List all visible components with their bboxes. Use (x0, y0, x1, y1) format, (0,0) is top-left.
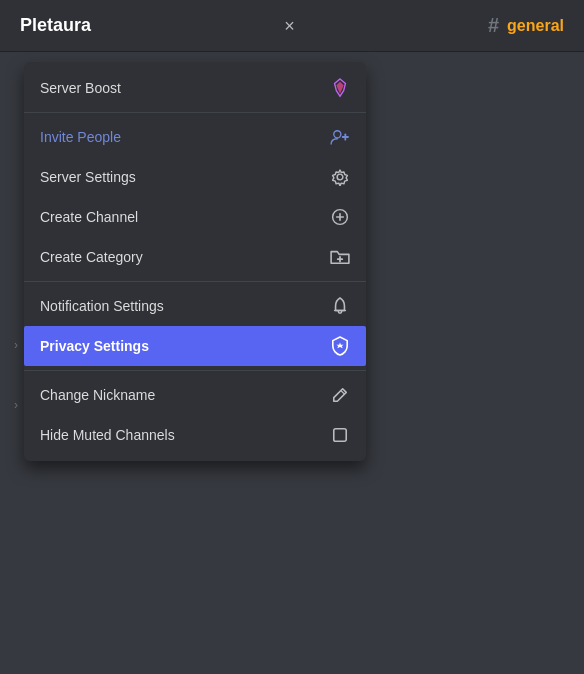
menu-item-invite-people[interactable]: Invite People (24, 117, 366, 157)
menu-item-create-channel[interactable]: Create Channel (24, 197, 366, 237)
title-bar: Pletaura × # general (0, 0, 584, 52)
menu-item-create-category[interactable]: Create Category (24, 237, 366, 277)
invite-people-label: Invite People (40, 129, 121, 145)
divider-2 (24, 281, 366, 282)
app-title: Pletaura (20, 15, 91, 36)
server-settings-label: Server Settings (40, 169, 136, 185)
menu-item-hide-muted-channels[interactable]: Hide Muted Channels (24, 415, 366, 455)
folder-plus-icon (330, 247, 350, 267)
channel-name: general (507, 17, 564, 35)
notification-settings-label: Notification Settings (40, 298, 164, 314)
boost-icon (330, 78, 350, 98)
shield-star-icon (330, 336, 350, 356)
hide-muted-channels-label: Hide Muted Channels (40, 427, 175, 443)
svg-rect-14 (334, 429, 346, 441)
svg-point-2 (334, 131, 341, 138)
channel-info: # general (488, 14, 564, 37)
menu-item-privacy-settings[interactable]: Privacy Settings (24, 326, 366, 366)
divider-3 (24, 370, 366, 371)
menu-item-server-settings[interactable]: Server Settings (24, 157, 366, 197)
server-boost-label: Server Boost (40, 80, 121, 96)
plus-circle-icon (330, 207, 350, 227)
app-container: Pletaura × # general › › Server Boost (0, 0, 584, 674)
menu-item-change-nickname[interactable]: Change Nickname (24, 375, 366, 415)
hash-icon: # (488, 14, 499, 37)
checkbox-icon (330, 425, 350, 445)
change-nickname-label: Change Nickname (40, 387, 155, 403)
close-button[interactable]: × (284, 17, 295, 35)
svg-point-5 (337, 174, 343, 180)
gear-icon (330, 167, 350, 187)
menu-item-notification-settings[interactable]: Notification Settings (24, 286, 366, 326)
title-bar-left: Pletaura (20, 15, 91, 36)
privacy-settings-label: Privacy Settings (40, 338, 149, 354)
context-menu: Server Boost Invite People (24, 62, 366, 461)
svg-marker-12 (336, 342, 343, 348)
divider-1 (24, 112, 366, 113)
chevron-privacy-icon: › (14, 398, 18, 412)
pencil-icon (330, 385, 350, 405)
chevron-notification-icon: › (14, 338, 18, 352)
bell-icon (330, 296, 350, 316)
invite-icon (330, 127, 350, 147)
create-channel-label: Create Channel (40, 209, 138, 225)
menu-item-server-boost[interactable]: Server Boost (24, 68, 366, 108)
create-category-label: Create Category (40, 249, 143, 265)
main-content: › › Server Boost Invite People (0, 52, 584, 674)
right-content-area (390, 52, 584, 674)
